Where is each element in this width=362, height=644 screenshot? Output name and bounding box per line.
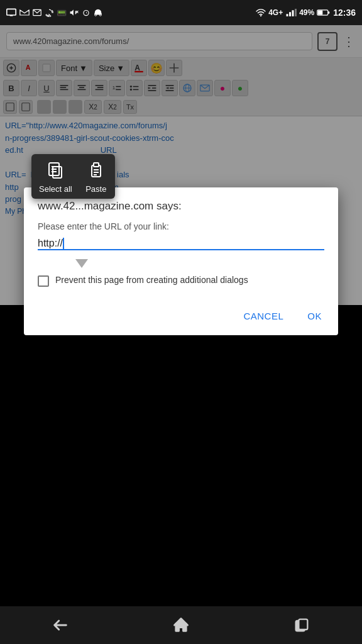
checkbox-row: Prevent this page from creating addition… bbox=[38, 274, 324, 287]
time: 12:36 bbox=[333, 8, 356, 18]
back-button[interactable] bbox=[45, 609, 76, 641]
nav-bar bbox=[0, 606, 362, 644]
select-all-icon bbox=[44, 159, 67, 182]
svg-rect-0 bbox=[7, 9, 16, 15]
headset-icon bbox=[94, 8, 102, 17]
status-icons-right: 4G+ 49% 12:36 bbox=[256, 8, 356, 18]
svg-rect-8 bbox=[289, 12, 291, 16]
caret-triangle bbox=[75, 259, 88, 268]
recent-apps-button[interactable] bbox=[286, 609, 317, 641]
select-all-label: Select all bbox=[39, 184, 72, 194]
paste-label: Paste bbox=[85, 184, 106, 194]
paste-icon bbox=[85, 159, 107, 182]
paste-item[interactable]: Paste bbox=[85, 159, 107, 194]
ok-button[interactable]: OK bbox=[299, 306, 331, 326]
mail-icon bbox=[33, 9, 41, 16]
voicemail-icon: 📟 bbox=[57, 8, 67, 18]
battery-icon bbox=[317, 9, 331, 16]
signal-icon bbox=[285, 8, 297, 17]
home-button[interactable] bbox=[165, 609, 197, 641]
svg-rect-10 bbox=[295, 9, 297, 16]
svg-rect-12 bbox=[318, 11, 323, 15]
dialog-input-wrap: http:// bbox=[38, 238, 324, 250]
status-bar: 📟 4G+ 49% 12:36 bbox=[0, 0, 362, 25]
network-label: 4G+ bbox=[268, 8, 283, 17]
checkbox-label: Prevent this page from creating addition… bbox=[55, 274, 248, 287]
dialog-input-prefix: http:// bbox=[38, 238, 63, 249]
sync-icon bbox=[45, 8, 53, 17]
mute-icon bbox=[70, 8, 79, 17]
status-icons-left: 📟 bbox=[6, 8, 102, 18]
text-cursor bbox=[63, 238, 64, 249]
svg-rect-9 bbox=[292, 10, 294, 16]
svg-point-5 bbox=[84, 11, 89, 16]
dialog-prompt-label: Please enter the URL of your link: bbox=[38, 221, 324, 231]
svg-rect-13 bbox=[328, 11, 330, 13]
svg-rect-60 bbox=[299, 619, 307, 630]
select-all-item[interactable]: Select all bbox=[39, 159, 72, 194]
alarm-icon bbox=[82, 8, 90, 17]
dialog-box: www.42...magazine.com says: Please enter… bbox=[24, 187, 338, 335]
dialog-actions: CANCEL OK bbox=[24, 301, 338, 335]
svg-rect-1 bbox=[10, 15, 13, 16]
prevent-dialogs-checkbox[interactable] bbox=[38, 275, 49, 287]
gmail-icon bbox=[19, 8, 30, 17]
screen-icon bbox=[6, 8, 16, 17]
svg-point-6 bbox=[260, 15, 261, 16]
battery-label: 49% bbox=[299, 8, 314, 17]
context-menu: Select all Paste bbox=[31, 154, 115, 199]
dialog-site-label: www.42...magazine.com says: bbox=[38, 200, 324, 213]
cancel-button[interactable]: CANCEL bbox=[234, 306, 292, 326]
wifi-icon bbox=[256, 8, 266, 17]
svg-rect-55 bbox=[94, 163, 99, 167]
svg-rect-7 bbox=[287, 14, 288, 16]
